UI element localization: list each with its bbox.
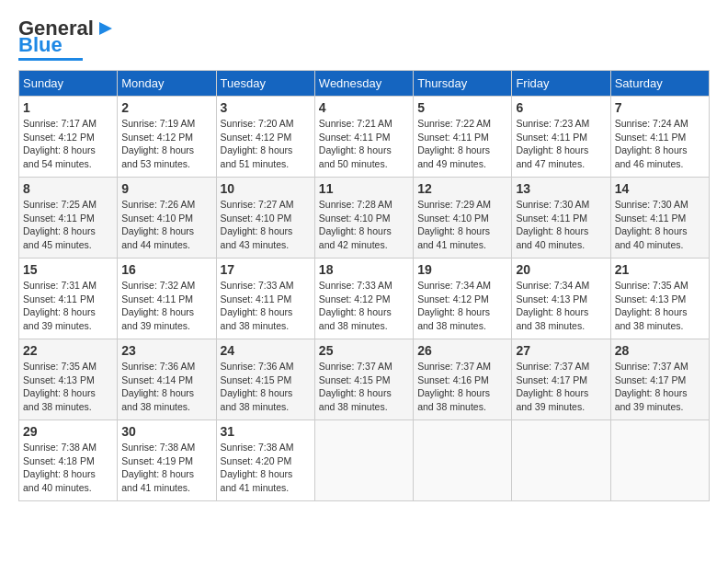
logo-underline xyxy=(18,58,83,61)
column-header-sunday: Sunday xyxy=(19,71,118,97)
day-info: Sunrise: 7:20 AM Sunset: 4:12 PM Dayligh… xyxy=(221,117,311,171)
calendar-cell: 22 Sunrise: 7:35 AM Sunset: 4:13 PM Dayl… xyxy=(19,339,118,420)
column-header-tuesday: Tuesday xyxy=(216,71,314,97)
day-number: 21 xyxy=(615,262,705,277)
day-number: 23 xyxy=(121,343,211,358)
calendar-cell: 7 Sunrise: 7:24 AM Sunset: 4:11 PM Dayli… xyxy=(610,97,709,178)
day-info: Sunrise: 7:17 AM Sunset: 4:12 PM Dayligh… xyxy=(23,117,113,171)
daylight-label: Daylight: 8 hours and 40 minutes. xyxy=(615,225,688,250)
day-number: 24 xyxy=(221,343,311,358)
day-number: 28 xyxy=(615,343,705,358)
sunrise-label: Sunrise: 7:21 AM xyxy=(319,118,392,129)
sunset-label: Sunset: 4:17 PM xyxy=(516,374,587,385)
day-number: 25 xyxy=(319,343,409,358)
day-info: Sunrise: 7:30 AM Sunset: 4:11 PM Dayligh… xyxy=(516,198,606,252)
calendar-cell xyxy=(314,420,413,501)
day-info: Sunrise: 7:30 AM Sunset: 4:11 PM Dayligh… xyxy=(615,198,705,252)
day-number: 5 xyxy=(417,100,507,115)
sunset-label: Sunset: 4:10 PM xyxy=(319,213,391,224)
sunrise-label: Sunrise: 7:17 AM xyxy=(23,118,97,129)
day-number: 10 xyxy=(221,181,311,196)
calendar-cell: 28 Sunrise: 7:37 AM Sunset: 4:17 PM Dayl… xyxy=(610,339,709,420)
calendar-cell xyxy=(610,420,709,501)
day-info: Sunrise: 7:36 AM Sunset: 4:15 PM Dayligh… xyxy=(221,360,311,414)
daylight-label: Daylight: 8 hours and 50 minutes. xyxy=(319,144,392,169)
calendar-cell: 23 Sunrise: 7:36 AM Sunset: 4:14 PM Dayl… xyxy=(118,339,216,420)
sunset-label: Sunset: 4:19 PM xyxy=(121,455,193,466)
calendar-cell: 30 Sunrise: 7:38 AM Sunset: 4:19 PM Dayl… xyxy=(118,420,216,501)
column-header-saturday: Saturday xyxy=(610,71,709,97)
day-info: Sunrise: 7:31 AM Sunset: 4:11 PM Dayligh… xyxy=(23,279,113,333)
day-info: Sunrise: 7:38 AM Sunset: 4:19 PM Dayligh… xyxy=(121,441,211,495)
sunrise-label: Sunrise: 7:30 AM xyxy=(516,199,589,210)
day-number: 3 xyxy=(221,100,311,115)
sunrise-label: Sunrise: 7:35 AM xyxy=(23,361,97,372)
daylight-label: Daylight: 8 hours and 39 minutes. xyxy=(516,387,588,412)
day-number: 16 xyxy=(121,262,211,277)
sunset-label: Sunset: 4:15 PM xyxy=(319,374,391,385)
sunset-label: Sunset: 4:12 PM xyxy=(23,132,95,143)
column-header-thursday: Thursday xyxy=(414,71,512,97)
day-number: 22 xyxy=(23,343,113,358)
calendar-week-row: 1 Sunrise: 7:17 AM Sunset: 4:12 PM Dayli… xyxy=(19,97,710,178)
day-number: 6 xyxy=(516,100,606,115)
day-number: 14 xyxy=(615,181,705,196)
day-number: 15 xyxy=(23,262,113,277)
day-info: Sunrise: 7:22 AM Sunset: 4:11 PM Dayligh… xyxy=(417,117,507,171)
day-number: 13 xyxy=(516,181,606,196)
sunrise-label: Sunrise: 7:37 AM xyxy=(516,361,589,372)
daylight-label: Daylight: 8 hours and 46 minutes. xyxy=(615,144,688,169)
sunrise-label: Sunrise: 7:24 AM xyxy=(615,118,688,129)
sunrise-label: Sunrise: 7:20 AM xyxy=(221,118,294,129)
day-number: 9 xyxy=(121,181,211,196)
day-number: 20 xyxy=(516,262,606,277)
day-info: Sunrise: 7:33 AM Sunset: 4:12 PM Dayligh… xyxy=(319,279,409,333)
day-info: Sunrise: 7:24 AM Sunset: 4:11 PM Dayligh… xyxy=(615,117,705,171)
day-number: 17 xyxy=(221,262,311,277)
sunset-label: Sunset: 4:13 PM xyxy=(23,374,95,385)
day-info: Sunrise: 7:35 AM Sunset: 4:13 PM Dayligh… xyxy=(23,360,113,414)
day-info: Sunrise: 7:33 AM Sunset: 4:11 PM Dayligh… xyxy=(221,279,311,333)
calendar-cell: 10 Sunrise: 7:27 AM Sunset: 4:10 PM Dayl… xyxy=(216,178,314,259)
calendar-week-row: 29 Sunrise: 7:38 AM Sunset: 4:18 PM Dayl… xyxy=(19,420,710,501)
day-info: Sunrise: 7:27 AM Sunset: 4:10 PM Dayligh… xyxy=(221,198,311,252)
sunrise-label: Sunrise: 7:31 AM xyxy=(23,280,97,291)
sunrise-label: Sunrise: 7:36 AM xyxy=(221,361,294,372)
day-info: Sunrise: 7:34 AM Sunset: 4:13 PM Dayligh… xyxy=(516,279,606,333)
calendar-cell xyxy=(414,420,512,501)
daylight-label: Daylight: 8 hours and 40 minutes. xyxy=(516,225,588,250)
sunset-label: Sunset: 4:12 PM xyxy=(319,293,391,304)
day-number: 19 xyxy=(417,262,507,277)
day-number: 2 xyxy=(121,100,211,115)
daylight-label: Daylight: 8 hours and 41 minutes. xyxy=(221,468,293,493)
daylight-label: Daylight: 8 hours and 38 minutes. xyxy=(615,306,688,331)
sunrise-label: Sunrise: 7:23 AM xyxy=(516,118,589,129)
column-header-wednesday: Wednesday xyxy=(314,71,413,97)
page-header: General Blue xyxy=(18,18,710,61)
column-header-monday: Monday xyxy=(118,71,216,97)
sunrise-label: Sunrise: 7:37 AM xyxy=(319,361,392,372)
sunset-label: Sunset: 4:10 PM xyxy=(221,213,292,224)
day-info: Sunrise: 7:37 AM Sunset: 4:16 PM Dayligh… xyxy=(417,360,507,414)
sunset-label: Sunset: 4:10 PM xyxy=(121,213,193,224)
logo-arrow-icon xyxy=(96,18,116,39)
calendar-cell: 27 Sunrise: 7:37 AM Sunset: 4:17 PM Dayl… xyxy=(512,339,610,420)
day-info: Sunrise: 7:25 AM Sunset: 4:11 PM Dayligh… xyxy=(23,198,113,252)
calendar-cell: 31 Sunrise: 7:38 AM Sunset: 4:20 PM Dayl… xyxy=(216,420,314,501)
sunrise-label: Sunrise: 7:27 AM xyxy=(221,199,294,210)
sunset-label: Sunset: 4:17 PM xyxy=(615,374,687,385)
svg-marker-0 xyxy=(99,22,112,35)
sunrise-label: Sunrise: 7:29 AM xyxy=(417,199,491,210)
daylight-label: Daylight: 8 hours and 51 minutes. xyxy=(221,144,293,169)
calendar-cell: 14 Sunrise: 7:30 AM Sunset: 4:11 PM Dayl… xyxy=(610,178,709,259)
sunset-label: Sunset: 4:12 PM xyxy=(417,293,489,304)
day-info: Sunrise: 7:26 AM Sunset: 4:10 PM Dayligh… xyxy=(121,198,211,252)
daylight-label: Daylight: 8 hours and 42 minutes. xyxy=(319,225,392,250)
day-info: Sunrise: 7:36 AM Sunset: 4:14 PM Dayligh… xyxy=(121,360,211,414)
day-number: 26 xyxy=(417,343,507,358)
sunset-label: Sunset: 4:11 PM xyxy=(23,293,95,304)
daylight-label: Daylight: 8 hours and 43 minutes. xyxy=(221,225,293,250)
logo-blue-text: Blue xyxy=(18,35,63,55)
calendar-cell: 18 Sunrise: 7:33 AM Sunset: 4:12 PM Dayl… xyxy=(314,259,413,339)
sunset-label: Sunset: 4:12 PM xyxy=(221,132,292,143)
